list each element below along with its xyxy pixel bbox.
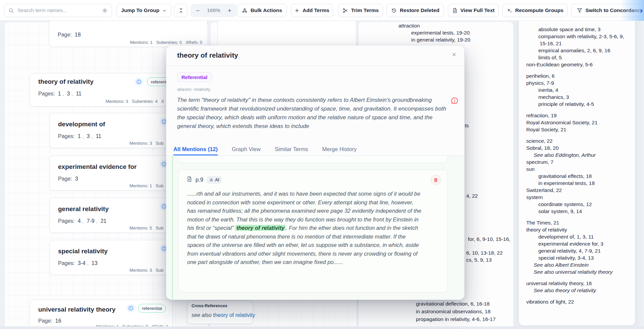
recompute-groups-button[interactable]: Recompute Groups [502, 4, 568, 17]
toolbar: Jump To Group − 100% + Bulk Actions Add … [0, 0, 644, 21]
page-number-link[interactable]: 16 [55, 318, 61, 324]
term-card-pages: Page:18 [58, 32, 81, 38]
mention-card[interactable]: p.9 AI ......rth and all our instruments… [178, 170, 448, 292]
index-subentry: empirical anomalies, 2, 6, 9, 16 [519, 47, 630, 54]
index-fragment-text: gravitational deflection, 6, 16-18 [416, 301, 490, 307]
page-number-link[interactable]: 1 [78, 133, 81, 139]
pages-label: Pages: [58, 218, 75, 224]
mention-excerpt: ......rth and all our instruments, and i… [187, 190, 423, 267]
index-entry: vibrations of light, 22 [519, 298, 630, 305]
term-card-pages: Pages:1 ,3 ,11 [58, 133, 101, 139]
page-number-link[interactable]: 21 [101, 218, 107, 224]
search-icon [8, 8, 14, 13]
trim-terms-button[interactable]: Trim Terms [338, 4, 383, 17]
term-card-title: universal relativity theory [38, 306, 115, 313]
zoom-in-button[interactable]: + [228, 7, 231, 14]
search-input[interactable] [17, 7, 99, 13]
mention-thread-line [172, 156, 173, 300]
index-fragment-text: attraction [398, 23, 420, 29]
index-subentry: solar system, 9, 14 [519, 208, 630, 215]
funnel-icon [577, 8, 582, 13]
tab-graph-view[interactable]: Graph View [232, 146, 261, 155]
cross-reference-link[interactable]: theory of relativity [213, 312, 255, 318]
index-fragment-text: experimental tests, 19-20 [411, 30, 470, 36]
term-card-pages: Page:16 [38, 318, 61, 324]
index-fragment-text: cs, 5, 9, 13 [466, 257, 492, 263]
page-number-link[interactable]: 11 [76, 91, 82, 96]
document-icon [186, 176, 192, 184]
page-number-link[interactable]: 3 [67, 91, 70, 96]
plus-icon [294, 8, 300, 13]
info-icon-button[interactable] [126, 304, 135, 313]
mention-page-label[interactable]: p.9 [196, 177, 203, 183]
tab-merge-history[interactable]: Merge History [322, 146, 357, 155]
index-entry: theory of relativity [519, 226, 630, 233]
page-number-link[interactable]: 7-9 [87, 218, 95, 224]
chevron-right-icon: › [640, 5, 644, 16]
index-subentry: inertia, 4 [519, 86, 630, 93]
gear-icon[interactable] [102, 8, 108, 13]
index-see-also-entry: See also Eddington, Arthur [519, 151, 630, 158]
pages-label: Page: [58, 176, 72, 182]
page-number-link[interactable]: 3 [75, 176, 78, 182]
rendered-index-panel: absolute space and time, 3comparison wit… [519, 13, 635, 326]
highlighted-term: theory of relativity [235, 225, 286, 231]
index-content: absolute space and time, 3comparison wit… [519, 26, 635, 305]
index-group-gap [519, 108, 630, 112]
modal-title: theory of relativity [177, 51, 238, 59]
index-fragment-text: in general relativity, 19-20 [411, 37, 470, 43]
term-description: The term "theory of relativity" in these… [177, 96, 448, 131]
index-fragment-text: 4, 22 [466, 193, 478, 199]
index-fragment-text: for, 6, 9-10, 15-16, [468, 236, 511, 242]
index-subentry: comparison with relativity, 2-3, 5-6, 9,… [519, 33, 630, 47]
zoom-out-button[interactable]: − [196, 7, 200, 14]
cross-references-card: Cross-References see also theory of rela… [187, 301, 253, 324]
index-fragment-text: in astronomical observations, 18 [416, 309, 490, 315]
index-subentry: mechanics, 3 [519, 93, 630, 101]
view-full-text-button[interactable]: View Full Text [448, 4, 499, 17]
page-number-link[interactable]: 11 [96, 133, 101, 139]
add-terms-button[interactable]: Add Terms [291, 4, 333, 17]
term-card-pages: Pages:3-4 ,13 [58, 260, 98, 266]
term-card[interactable]: universal relativity theoryPage:16Mentio… [30, 300, 173, 329]
restore-deleted-button[interactable]: Restore Deleted [386, 4, 444, 17]
page-number-link[interactable]: 4 [78, 218, 81, 224]
term-card-title: special relativity [58, 248, 108, 255]
close-icon[interactable]: × [452, 51, 456, 58]
tab-all-mentions-12[interactable]: All Mentions (12) [173, 146, 218, 155]
page-number-link[interactable]: 3-4 [78, 260, 86, 266]
index-entry: Switzerland, 22 [519, 187, 630, 194]
info-icon-button[interactable] [135, 77, 143, 86]
page-number-link[interactable]: 13 [92, 260, 98, 266]
index-fragment-text: 6, 10, 13-18, 22 [466, 250, 503, 256]
collapse-all-button[interactable] [174, 4, 187, 17]
modal-header: theory of relativity × [166, 46, 464, 66]
index-subentry: coordinate systems, 12 [519, 201, 630, 208]
jump-to-group-button[interactable]: Jump To Group [116, 4, 171, 17]
term-card-stats: Mentions: 5 Sub [129, 225, 163, 231]
trash-icon [433, 178, 438, 183]
zoom-value: 100% [207, 7, 220, 13]
search-box [4, 4, 112, 17]
page-number-link[interactable]: 3 [87, 133, 90, 139]
index-subentry: absolute space and time, 3 [519, 26, 630, 33]
info-icon [128, 306, 133, 311]
page-number-link[interactable]: 1 [58, 91, 61, 96]
sparkles-icon [506, 8, 512, 13]
index-group-gap [519, 68, 630, 72]
index-subentry: limits of, 5 [519, 54, 630, 61]
term-card-stats: Mentions: 1 Subentries: 0 XRefs: 0 [130, 40, 202, 45]
warning-icon[interactable] [451, 97, 459, 106]
index-entry: system [519, 194, 630, 201]
mention-card-previous[interactable] [178, 156, 448, 163]
index-entry: spectrum, 7 [519, 158, 630, 166]
term-card-pages: Pages:4 ,7-9 ,21 [58, 218, 106, 224]
index-group-gap [519, 133, 630, 137]
tab-similar-terms[interactable]: Similar Terms [275, 146, 308, 155]
toolbar-scroll-indicator[interactable]: › [621, 0, 644, 21]
term-card-stats: Mentions: 3 Sub [129, 268, 163, 273]
delete-mention-button[interactable] [431, 175, 441, 185]
chevron-down-icon [162, 8, 167, 13]
bulk-actions-button[interactable]: Bulk Actions [237, 4, 286, 17]
page-number-link[interactable]: 18 [75, 32, 81, 38]
